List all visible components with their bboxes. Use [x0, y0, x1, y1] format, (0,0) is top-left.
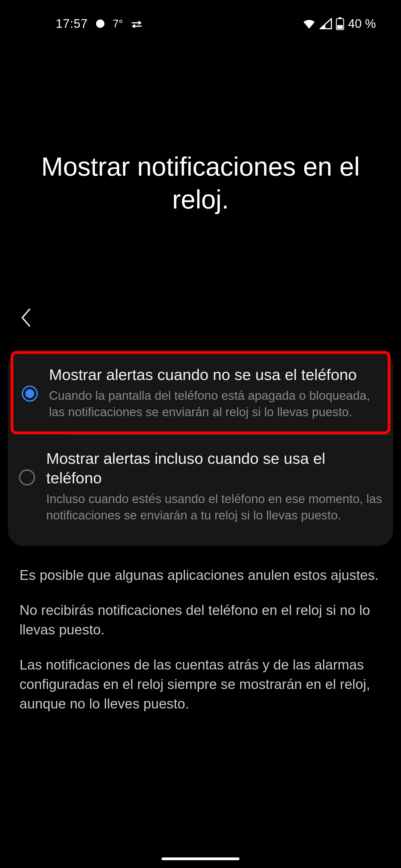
footer-paragraph: Es posible que algunas aplicaciones anul…	[20, 565, 384, 585]
status-app-icon	[96, 20, 104, 28]
footer-paragraph: Las notificaciones de las cuentas atrás …	[20, 655, 384, 713]
status-bar: 17:57 7° 40 %	[0, 0, 401, 31]
svg-rect-2	[337, 25, 343, 29]
radio-selected[interactable]	[22, 385, 38, 402]
radio-unselected[interactable]	[19, 469, 35, 486]
option-alerts-phone-in-use[interactable]: Mostrar alertas incluso cuando se usa el…	[8, 435, 393, 537]
battery-percentage: 40 %	[348, 17, 376, 31]
footer-paragraph: No recibirás notificaciones del teléfono…	[20, 600, 384, 640]
wifi-icon	[302, 18, 316, 29]
option-title: Mostrar alertas incluso cuando se usa el…	[46, 449, 382, 488]
options-card: Mostrar alertas cuando no se usa el telé…	[8, 351, 393, 546]
status-right: 40 %	[302, 17, 376, 31]
footer-text: Es posible que algunas aplicaciones anul…	[0, 546, 401, 713]
status-time: 17:57	[56, 17, 88, 31]
status-transfer-icon	[131, 17, 142, 31]
cell-signal-icon	[320, 18, 332, 29]
status-left: 17:57 7°	[56, 17, 142, 31]
status-temperature: 7°	[113, 18, 123, 30]
back-button[interactable]	[20, 324, 32, 329]
option-alerts-phone-not-in-use[interactable]: Mostrar alertas cuando no se usa el telé…	[10, 351, 391, 434]
home-indicator[interactable]	[161, 858, 240, 860]
option-title: Mostrar alertas cuando no se usa el telé…	[49, 365, 379, 384]
option-description: Cuando la pantalla del teléfono está apa…	[49, 387, 379, 421]
battery-icon	[336, 17, 344, 30]
page-title: Mostrar notificaciones en el reloj.	[0, 31, 401, 216]
option-description: Incluso cuando estés usando el teléfono …	[46, 491, 382, 524]
